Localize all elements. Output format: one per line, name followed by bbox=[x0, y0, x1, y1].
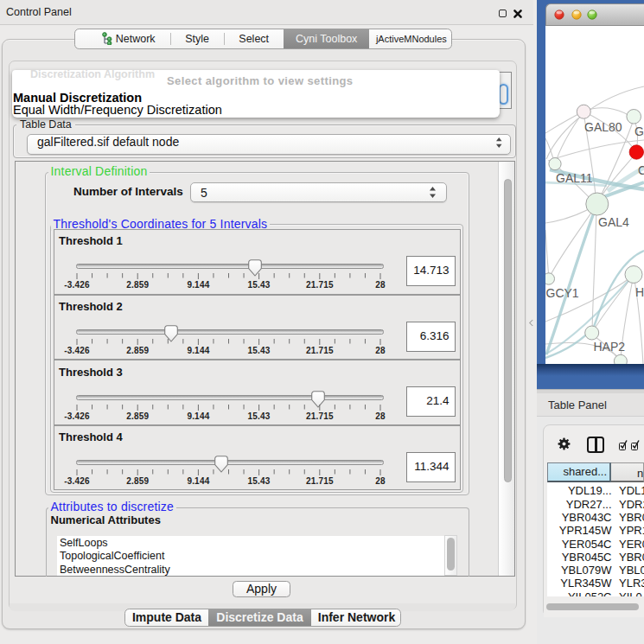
svg-text:GAL4: GAL4 bbox=[598, 215, 629, 229]
svg-text:GAL11: GAL11 bbox=[556, 171, 593, 185]
svg-text:GA: GA bbox=[634, 124, 644, 138]
svg-text:H: H bbox=[635, 285, 644, 299]
svg-text:GAL80: GAL80 bbox=[584, 120, 622, 134]
svg-text:C: C bbox=[638, 163, 644, 177]
svg-text:GCY1: GCY1 bbox=[546, 286, 579, 300]
svg-text:HAP2: HAP2 bbox=[594, 340, 626, 354]
